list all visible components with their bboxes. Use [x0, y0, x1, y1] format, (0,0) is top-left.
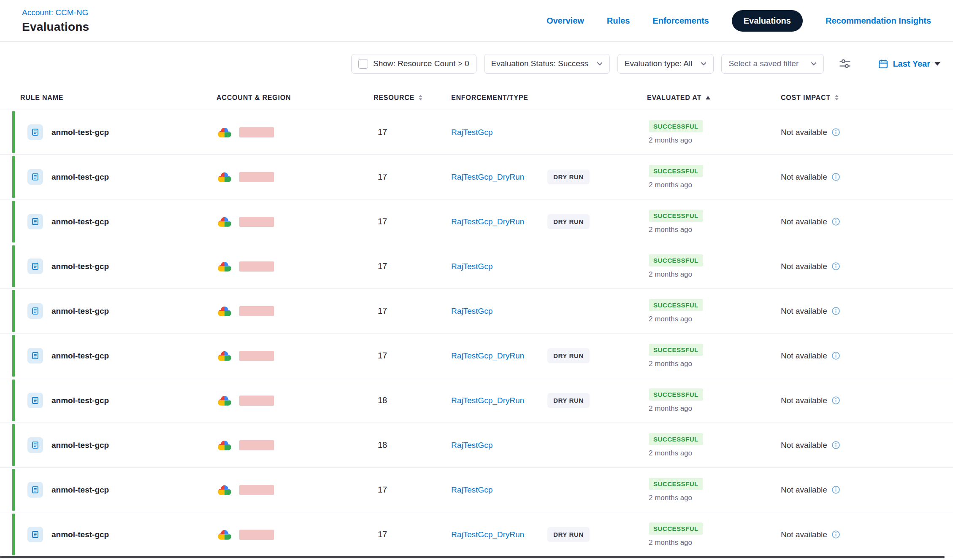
account-breadcrumb[interactable]: Account: CCM-NG — [22, 8, 89, 17]
info-icon[interactable] — [831, 485, 840, 494]
filter-settings-button[interactable] — [838, 58, 852, 70]
resource-count-filter-label: Show: Resource Count > 0 — [373, 59, 469, 68]
table-row[interactable]: anmol-test-gcp 17 RajTestGcp_DryRun DRY … — [0, 512, 953, 557]
enforcement-link[interactable]: RajTestGcp_DryRun — [451, 172, 547, 182]
rule-name-cell: anmol-test-gcp — [20, 214, 217, 229]
table-row[interactable]: anmol-test-gcp 17 RajTestGcp SUCCESSFUL … — [0, 244, 953, 289]
evaluated-time: 2 months ago — [649, 136, 781, 145]
row-status-accent — [12, 424, 15, 466]
enforcement-link[interactable]: RajTestGcp_DryRun — [451, 396, 547, 405]
info-icon[interactable] — [831, 128, 840, 137]
table-row[interactable]: anmol-test-gcp 18 RajTestGcp SUCCESSFUL … — [0, 423, 953, 468]
evaluation-status-dropdown[interactable]: Evaluation Status: Success — [484, 54, 610, 74]
evaluated-at-cell: SUCCESSFUL 2 months ago — [647, 388, 781, 413]
table-row[interactable]: anmol-test-gcp 17 RajTestGcp_DryRun DRY … — [0, 334, 953, 378]
table-row[interactable]: anmol-test-gcp 17 RajTestGcp_DryRun DRY … — [0, 199, 953, 244]
evaluation-status-badge: SUCCESSFUL — [649, 165, 703, 177]
info-icon[interactable] — [831, 307, 840, 315]
evaluation-status-badge: SUCCESSFUL — [649, 210, 703, 222]
info-icon[interactable] — [831, 262, 840, 271]
evaluated-time: 2 months ago — [649, 494, 781, 502]
column-header-cost-impact: COST IMPACT — [781, 94, 933, 102]
nav-rules[interactable]: Rules — [607, 16, 630, 26]
enforcement-link[interactable]: RajTestGcp_DryRun — [451, 217, 547, 226]
saved-filter-dropdown[interactable]: Select a saved filter — [721, 54, 824, 74]
account-name-redacted — [239, 351, 274, 361]
info-icon[interactable] — [831, 441, 840, 450]
rule-name: anmol-test-gcp — [51, 262, 109, 271]
sort-icon[interactable] — [418, 94, 423, 101]
nav-recommendation-insights[interactable]: Recommendation Insights — [826, 16, 931, 26]
enforcement-link[interactable]: RajTestGcp — [451, 485, 547, 495]
resource-count: 17 — [374, 530, 451, 539]
info-icon[interactable] — [831, 396, 840, 405]
rule-icon — [27, 393, 43, 408]
sort-icon[interactable] — [834, 94, 839, 101]
info-icon[interactable] — [831, 172, 840, 181]
enforcement-cell: RajTestGcp_DryRun DRY RUN — [451, 348, 647, 363]
resource-count: 17 — [374, 306, 451, 316]
account-region-cell — [217, 484, 374, 495]
resource-count: 18 — [374, 396, 451, 405]
column-header-evaluated-at: EVALUATED AT — [647, 94, 781, 102]
cost-impact-value: Not available — [781, 262, 827, 271]
nav-overview[interactable]: Overview — [547, 16, 584, 26]
table-row[interactable]: anmol-test-gcp 17 RajTestGcp SUCCESSFUL … — [0, 468, 953, 512]
rule-icon — [27, 124, 43, 140]
enforcement-link[interactable]: RajTestGcp — [451, 262, 547, 271]
evaluated-at-cell: SUCCESSFUL 2 months ago — [647, 478, 781, 502]
enforcement-link[interactable]: RajTestGcp — [451, 128, 547, 137]
enforcement-link[interactable]: RajTestGcp — [451, 441, 547, 450]
cost-impact-cell: Not available — [781, 396, 933, 405]
rule-name-cell: anmol-test-gcp — [20, 258, 217, 274]
date-range-picker[interactable]: Last Year — [878, 59, 940, 69]
cost-impact-value: Not available — [781, 128, 827, 137]
cost-impact-cell: Not available — [781, 351, 933, 361]
resource-count: 17 — [374, 217, 451, 226]
resource-count: 18 — [374, 440, 451, 450]
evaluated-time: 2 months ago — [649, 315, 781, 323]
table-row[interactable]: anmol-test-gcp 17 RajTestGcp SUCCESSFUL … — [0, 110, 953, 155]
cost-impact-cell: Not available — [781, 262, 933, 271]
evaluated-time: 2 months ago — [649, 538, 781, 547]
resource-count: 17 — [374, 172, 451, 182]
gcp-cloud-icon — [217, 395, 233, 406]
info-icon[interactable] — [831, 351, 840, 360]
enforcement-link[interactable]: RajTestGcp_DryRun — [451, 351, 547, 361]
resource-count-checkbox[interactable] — [358, 59, 368, 69]
page-header: Account: CCM-NG Evaluations Overview Rul… — [0, 0, 953, 42]
account-region-cell — [217, 350, 374, 361]
info-icon[interactable] — [831, 530, 840, 539]
evaluated-time: 2 months ago — [649, 181, 781, 189]
resource-count-filter[interactable]: Show: Resource Count > 0 — [351, 54, 476, 74]
column-header-account-region: ACCOUNT & REGION — [217, 94, 374, 102]
account-region-cell — [217, 261, 374, 272]
rule-name: anmol-test-gcp — [51, 441, 109, 450]
cost-impact-value: Not available — [781, 172, 827, 182]
table-row[interactable]: anmol-test-gcp 17 RajTestGcp_DryRun DRY … — [0, 155, 953, 199]
rule-name: anmol-test-gcp — [51, 172, 109, 182]
table-row[interactable]: anmol-test-gcp 18 RajTestGcp_DryRun DRY … — [0, 378, 953, 423]
evaluation-type-dropdown[interactable]: Evaluation type: All — [617, 54, 714, 74]
rule-name-cell: anmol-test-gcp — [20, 393, 217, 408]
info-icon[interactable] — [831, 217, 840, 226]
horizontal-scrollbar[interactable] — [0, 556, 945, 558]
enforcement-cell: RajTestGcp_DryRun DRY RUN — [451, 527, 647, 542]
sort-ascending-icon[interactable] — [705, 95, 711, 100]
rule-icon — [27, 214, 43, 229]
row-status-accent — [12, 469, 15, 511]
table-row[interactable]: anmol-test-gcp 17 RajTestGcp SUCCESSFUL … — [0, 289, 953, 334]
nav-evaluations[interactable]: Evaluations — [732, 10, 803, 32]
enforcement-link[interactable]: RajTestGcp — [451, 307, 547, 316]
account-region-cell — [217, 395, 374, 406]
nav-enforcements[interactable]: Enforcements — [652, 16, 709, 26]
resource-count: 17 — [374, 351, 451, 361]
evaluation-status-badge: SUCCESSFUL — [649, 388, 703, 401]
gcp-cloud-icon — [217, 484, 233, 495]
rule-icon — [27, 303, 43, 319]
enforcement-link[interactable]: RajTestGcp_DryRun — [451, 530, 547, 539]
rule-name-cell: anmol-test-gcp — [20, 348, 217, 363]
gcp-cloud-icon — [217, 171, 233, 183]
evaluated-at-cell: SUCCESSFUL 2 months ago — [647, 210, 781, 234]
chevron-down-icon — [597, 62, 603, 66]
